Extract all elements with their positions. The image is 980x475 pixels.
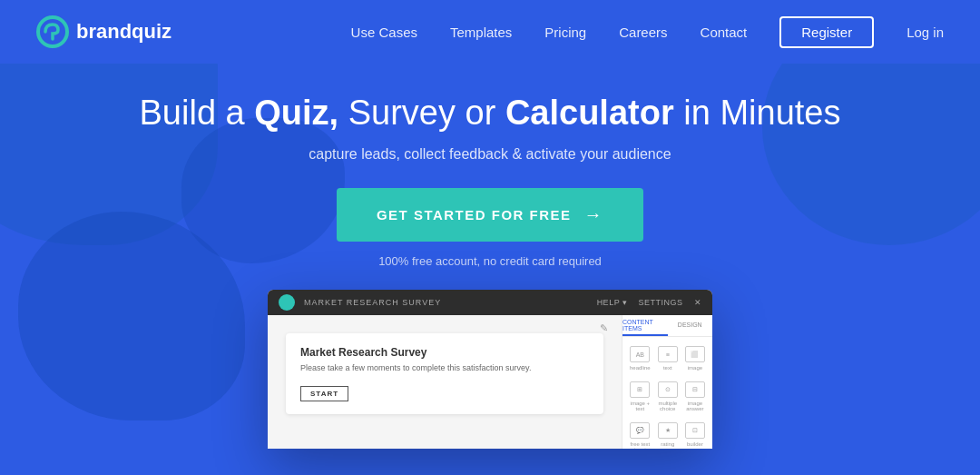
multiple-choice-label: multiple choice — [658, 401, 678, 411]
sidebar-item-free-text[interactable]: 💬 free text input — [626, 417, 654, 449]
sidebar-tabs: CONTENT ITEMS DESIGN — [622, 315, 712, 337]
sidebar-item-image-text[interactable]: ⊞ image + text — [626, 376, 654, 417]
settings-label[interactable]: SETTINGS — [638, 298, 682, 307]
sidebar-item-image[interactable]: ⬜ image — [681, 341, 709, 376]
edit-icon[interactable]: ✎ — [600, 322, 614, 337]
nav-templates[interactable]: Templates — [450, 25, 512, 40]
sidebar-item-rating[interactable]: ★ rating — [654, 417, 681, 449]
sidebar-item-headline[interactable]: AB headline — [626, 341, 654, 376]
headline-label: headline — [630, 365, 651, 371]
register-button[interactable]: Register — [779, 16, 874, 48]
app-topbar-right: HELP ▾ SETTINGS ✕ — [597, 298, 701, 307]
tab-design[interactable]: DESIGN — [668, 315, 713, 336]
rating-icon: ★ — [658, 422, 678, 439]
image-text-label: image + text — [630, 401, 651, 411]
builder-label: builder — [687, 441, 703, 447]
nav-pricing[interactable]: Pricing — [544, 25, 586, 40]
multiple-choice-icon: ⊙ — [658, 381, 678, 398]
image-icon: ⬜ — [685, 346, 705, 362]
blob-middle — [181, 118, 345, 263]
hero-title: Build a Quiz, Survey or Calculator in Mi… — [140, 91, 841, 135]
rating-label: rating — [661, 441, 674, 447]
image-label: image — [688, 365, 702, 371]
sidebar-item-image-answer[interactable]: ⊟ image answer — [681, 376, 709, 417]
app-body: ✎ Market Research Survey Please take a f… — [268, 315, 712, 449]
nav-contact[interactable]: Contact — [701, 25, 748, 40]
cta-label: GET STARTED FOR FREE — [377, 207, 572, 223]
help-label[interactable]: HELP ▾ — [597, 298, 628, 307]
app-canvas: ✎ Market Research Survey Please take a f… — [268, 315, 622, 449]
sidebar-icons-grid: AB headline ≡ text ⬜ image ⊞ image + tex… — [622, 337, 712, 449]
login-button[interactable]: Log in — [906, 25, 944, 40]
hero-section: Build a Quiz, Survey or Calculator in Mi… — [0, 64, 980, 475]
image-answer-label: image answer — [685, 401, 705, 411]
close-icon[interactable]: ✕ — [694, 298, 702, 307]
tab-content-items[interactable]: CONTENT ITEMS — [622, 315, 668, 336]
survey-desc: Please take a few moments to complete th… — [300, 362, 589, 374]
app-preview: MARKET RESEARCH SURVEY HELP ▾ SETTINGS ✕… — [268, 290, 712, 449]
cta-note: 100% free account, no credit card requir… — [378, 254, 602, 268]
sidebar-item-text[interactable]: ≡ text — [654, 341, 681, 376]
image-answer-icon: ⊟ — [685, 381, 705, 398]
nav-careers[interactable]: Careers — [619, 25, 667, 40]
image-text-icon: ⊞ — [630, 381, 650, 398]
text-label: text — [663, 365, 672, 371]
cta-button[interactable]: GET STARTED FOR FREE → — [337, 188, 643, 242]
app-logo-small — [279, 294, 295, 311]
cta-arrow: → — [584, 204, 604, 225]
text-icon: ≡ — [658, 346, 678, 362]
logo[interactable]: brandquiz — [36, 15, 172, 48]
app-topbar: MARKET RESEARCH SURVEY HELP ▾ SETTINGS ✕ — [268, 290, 712, 315]
survey-card: Market Research Survey Please take a few… — [286, 333, 603, 414]
survey-title: Market Research Survey — [300, 346, 589, 359]
nav-links: Use Cases Templates Pricing Careers Cont… — [351, 16, 944, 48]
start-button[interactable]: START — [300, 386, 348, 401]
svg-point-0 — [38, 17, 67, 46]
hero-subtitle: capture leads, collect feedback & activa… — [309, 146, 671, 163]
logo-text: brandquiz — [76, 20, 172, 44]
app-sidebar: CONTENT ITEMS DESIGN AB headline ≡ text … — [622, 315, 712, 449]
sidebar-item-multiple-choice[interactable]: ⊙ multiple choice — [654, 376, 681, 417]
sidebar-item-builder[interactable]: ⊡ builder — [681, 417, 709, 449]
builder-icon: ⊡ — [685, 422, 705, 439]
nav-use-cases[interactable]: Use Cases — [351, 25, 417, 40]
headline-icon: AB — [630, 346, 650, 362]
app-topbar-title: MARKET RESEARCH SURVEY — [304, 298, 597, 307]
logo-icon — [36, 15, 69, 48]
free-text-label: free text input — [630, 441, 651, 449]
free-text-icon: 💬 — [630, 422, 650, 439]
